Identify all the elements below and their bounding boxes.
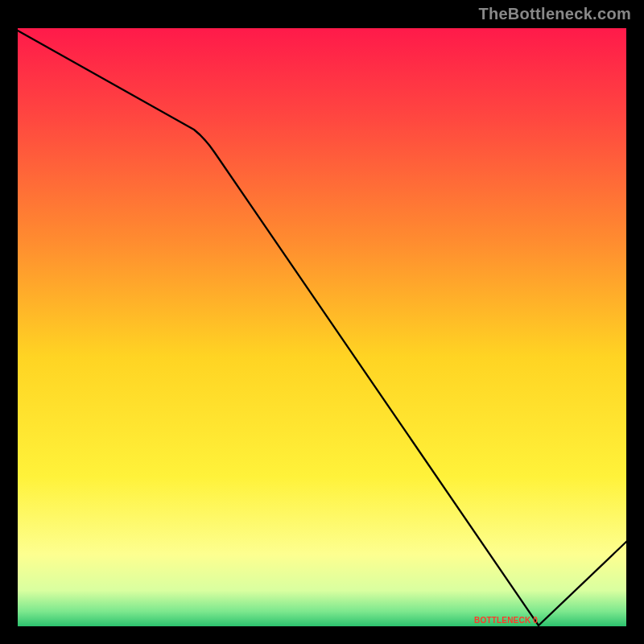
bottleneck-marker-label: BOTTLENECK 0: [474, 616, 538, 625]
plot-gradient-bg: [18, 28, 626, 626]
watermark: TheBottleneck.com: [478, 5, 631, 23]
bottleneck-chart: BOTTLENECK 0: [15, 26, 629, 629]
